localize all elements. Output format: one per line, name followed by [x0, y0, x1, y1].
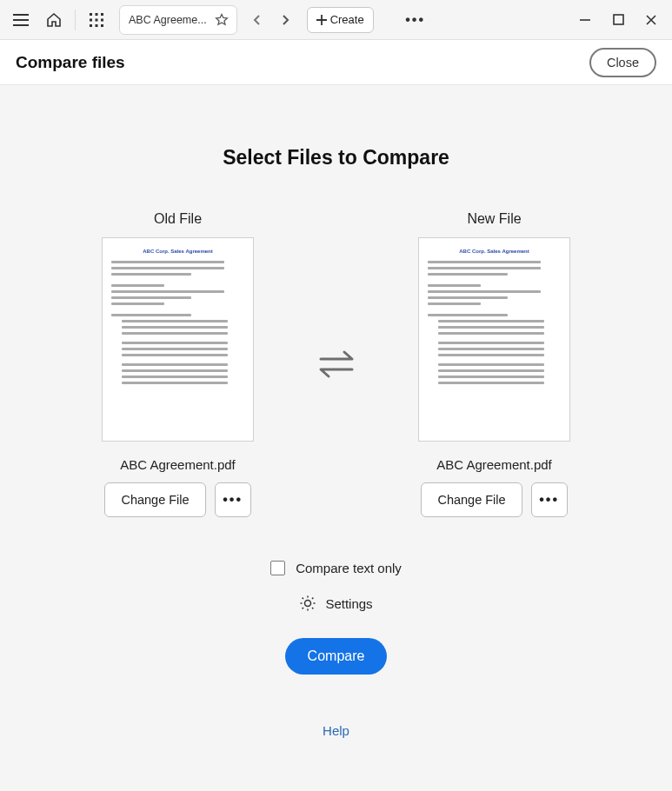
options: Compare text only Settings Compare Help: [0, 561, 672, 738]
panel-header: Compare files Close: [0, 40, 672, 85]
star-icon[interactable]: [212, 13, 231, 27]
old-file-label: Old File: [154, 211, 202, 227]
svg-rect-5: [101, 18, 103, 21]
page-title: Compare files: [16, 53, 125, 72]
doc-thumb-title: ABC Corp. Sales Agreement: [111, 249, 244, 254]
new-change-file-button[interactable]: Change File: [421, 482, 522, 517]
plus-icon: [316, 15, 327, 25]
compare-text-only-checkbox[interactable]: Compare text only: [270, 561, 402, 575]
section-heading: Select Files to Compare: [0, 146, 672, 170]
gear-icon: [299, 595, 316, 612]
svg-rect-7: [96, 24, 98, 27]
document-tab[interactable]: ABC Agreeme...: [119, 5, 237, 35]
svg-rect-1: [96, 13, 98, 16]
svg-rect-8: [101, 24, 103, 27]
main-content: Select Files to Compare Old File ABC Cor…: [0, 85, 672, 791]
help-link[interactable]: Help: [323, 723, 349, 738]
tab-title: ABC Agreeme...: [129, 14, 207, 26]
svg-rect-4: [96, 18, 98, 21]
old-change-file-button[interactable]: Change File: [104, 482, 205, 517]
svg-rect-2: [101, 13, 103, 16]
new-file-more-button[interactable]: •••: [531, 482, 568, 517]
compare-text-only-label: Compare text only: [296, 561, 402, 575]
svg-rect-6: [90, 24, 92, 27]
new-file-column: New File ABC Corp. Sales Agreement ABC A…: [399, 211, 590, 517]
compare-button-label: Compare: [308, 648, 365, 663]
settings-label: Settings: [325, 596, 372, 611]
maximize-icon[interactable]: [602, 5, 634, 35]
close-button[interactable]: Close: [589, 48, 656, 77]
tab-nav-back-icon[interactable]: [244, 5, 270, 35]
file-row: Old File ABC Corp. Sales Agreement ABC A…: [0, 211, 672, 517]
create-button-label: Create: [330, 13, 364, 26]
home-icon[interactable]: [38, 5, 70, 35]
minimize-icon[interactable]: [569, 5, 601, 35]
svg-rect-0: [90, 13, 92, 16]
old-file-actions: Change File •••: [104, 482, 250, 517]
apps-grid-icon[interactable]: [81, 5, 112, 35]
create-button[interactable]: Create: [307, 7, 374, 33]
close-window-icon[interactable]: [635, 5, 667, 35]
change-file-label: Change File: [437, 493, 505, 507]
top-toolbar: ABC Agreeme... Create •••: [0, 0, 672, 40]
svg-rect-3: [90, 18, 92, 21]
swap-icon[interactable]: [312, 349, 361, 380]
old-file-name: ABC Agreement.pdf: [120, 457, 236, 472]
tab-nav-forward-icon[interactable]: [272, 5, 298, 35]
toolbar-divider: [75, 10, 76, 30]
help-label: Help: [323, 723, 349, 738]
new-file-name: ABC Agreement.pdf: [436, 457, 552, 472]
new-file-label: New File: [467, 211, 521, 227]
doc-thumb-title: ABC Corp. Sales Agreement: [428, 249, 561, 254]
close-button-label: Close: [607, 56, 639, 70]
compare-button[interactable]: Compare: [285, 638, 388, 675]
menu-icon[interactable]: [5, 5, 37, 35]
more-dots-icon: •••: [539, 492, 559, 508]
more-icon[interactable]: •••: [400, 5, 431, 35]
settings-button[interactable]: Settings: [299, 595, 372, 612]
old-file-thumbnail[interactable]: ABC Corp. Sales Agreement: [102, 237, 254, 442]
new-file-thumbnail[interactable]: ABC Corp. Sales Agreement: [418, 237, 570, 442]
new-file-actions: Change File •••: [421, 482, 567, 517]
svg-rect-9: [614, 15, 623, 24]
more-dots-icon: •••: [223, 492, 243, 508]
old-file-more-button[interactable]: •••: [215, 482, 251, 517]
old-file-column: Old File ABC Corp. Sales Agreement ABC A…: [83, 211, 274, 517]
checkbox-icon: [270, 561, 285, 575]
change-file-label: Change File: [121, 493, 189, 507]
